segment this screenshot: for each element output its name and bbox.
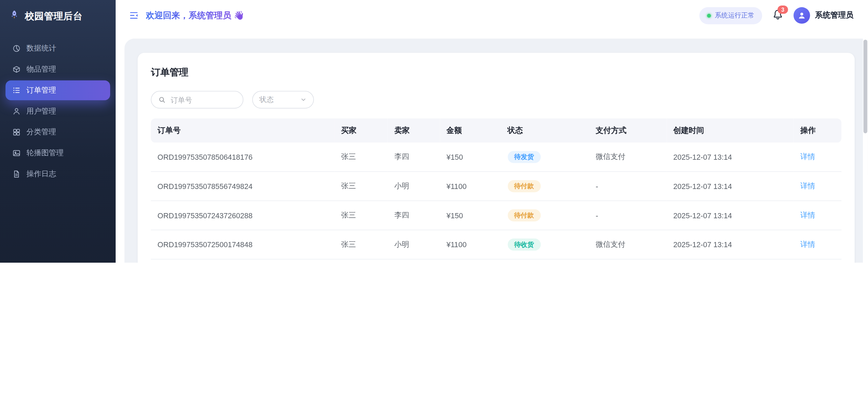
status-badge: 待付款 <box>507 180 540 192</box>
seller-cell: 李四 <box>388 143 440 171</box>
order-row: ORD1997535072500174848张三小明¥1100待收货微信支付20… <box>151 230 841 259</box>
list-icon <box>12 86 21 95</box>
status-select-placeholder: 状态 <box>260 95 274 105</box>
buyer-cell: 张三 <box>335 201 388 230</box>
user-icon <box>12 107 21 116</box>
content-area: 订单管理 状态 <box>125 39 868 263</box>
sidebar-item-users[interactable]: 用户管理 <box>6 101 110 121</box>
action-cell: 详情 <box>794 143 841 171</box>
payment-cell: - <box>589 171 667 201</box>
sidebar-item-banners[interactable]: 轮播图管理 <box>6 143 110 163</box>
status-cell: 已完成 <box>501 259 589 263</box>
order-row: ORD1997535072437260288张三李四¥150待付款-2025-1… <box>151 201 841 230</box>
amount-cell: ¥1100 <box>440 171 501 201</box>
document-icon <box>12 170 21 179</box>
order-no-cell: ORD20241126001 <box>151 259 334 263</box>
buyer-cell: 王五 <box>335 259 388 263</box>
seller-cell: 张三 <box>388 259 440 263</box>
action-cell: 详情 <box>794 201 841 230</box>
payment-cell: 支付宝 <box>589 259 667 263</box>
logo: 校园管理后台 <box>0 0 116 32</box>
payment-cell: 微信支付 <box>589 230 667 259</box>
action-cell: 详情 <box>794 171 841 201</box>
order-management-card: 订单管理 状态 <box>138 53 855 263</box>
action-cell: 详情 <box>794 259 841 263</box>
action-cell: 详情 <box>794 230 841 259</box>
created-cell: 2025-12-07 13:14 <box>667 201 794 230</box>
payment-cell: 微信支付 <box>589 143 667 171</box>
order-row: ORD20241126001王五张三¥4500已完成支付宝2025-12-07 … <box>151 259 841 263</box>
status-cell: 待付款 <box>501 171 589 201</box>
avatar <box>794 7 810 24</box>
sidebar-item-goods[interactable]: 物品管理 <box>6 60 110 80</box>
status-cell: 待付款 <box>501 201 589 230</box>
amount-cell: ¥4500 <box>440 259 501 263</box>
order-no-cell: ORD1997535078556749824 <box>151 171 334 201</box>
order-number-input[interactable] <box>170 95 236 104</box>
welcome-text: 欢迎回来，系统管理员 👋 <box>146 10 244 21</box>
sidebar-item-label: 数据统计 <box>27 43 56 53</box>
app-window: 校园管理后台 数据统计物品管理订单管理用户管理分类管理轮播图管理操作日志 欢迎回… <box>0 0 868 263</box>
sidebar-item-label: 订单管理 <box>27 85 56 95</box>
header-right: 系统运行正常 3 <box>699 7 854 24</box>
created-cell: 2025-12-07 13:14 <box>667 143 794 171</box>
order-detail-link[interactable]: 详情 <box>800 240 815 249</box>
order-detail-link[interactable]: 详情 <box>800 182 815 190</box>
user-menu[interactable]: 系统管理员 <box>794 7 854 24</box>
status-badge: 待付款 <box>507 209 540 221</box>
sidebar-item-label: 物品管理 <box>27 64 56 74</box>
sidebar-item-label: 轮播图管理 <box>27 148 64 158</box>
sidebar-item-label: 分类管理 <box>27 127 56 137</box>
status-badge: 待收货 <box>507 239 540 251</box>
sidebar-item-label: 用户管理 <box>27 106 56 116</box>
amount-cell: ¥1100 <box>440 230 501 259</box>
column-header: 支付方式 <box>589 118 667 143</box>
column-header: 操作 <box>794 118 841 143</box>
created-cell: 2025-12-07 13:14 <box>667 171 794 201</box>
buyer-cell: 张三 <box>335 171 388 201</box>
sidebar-item-stats[interactable]: 数据统计 <box>6 39 110 59</box>
rocket-logo-icon <box>9 9 20 22</box>
payment-cell: - <box>589 201 667 230</box>
header: 欢迎回来，系统管理员 👋 系统运行正常 3 <box>116 0 868 31</box>
sidebar-menu: 数据统计物品管理订单管理用户管理分类管理轮播图管理操作日志 <box>0 32 116 185</box>
order-detail-link[interactable]: 详情 <box>800 153 815 161</box>
username: 系统管理员 <box>815 10 854 20</box>
column-header: 创建时间 <box>667 118 794 143</box>
seller-cell: 李四 <box>388 201 440 230</box>
status-dot-icon <box>707 13 711 17</box>
order-no-cell: ORD1997535072437260288 <box>151 201 334 230</box>
buyer-cell: 张三 <box>335 230 388 259</box>
orders-table-body: ORD1997535078506418176张三李四¥150待发货微信支付202… <box>151 143 841 263</box>
buyer-cell: 张三 <box>335 143 388 171</box>
sidebar: 校园管理后台 数据统计物品管理订单管理用户管理分类管理轮播图管理操作日志 <box>0 0 116 263</box>
scrollbar-thumb[interactable] <box>864 40 867 133</box>
pie-chart-icon <box>12 44 21 53</box>
status-cell: 待发货 <box>501 143 589 171</box>
order-search-box <box>151 91 243 108</box>
status-badge: 待发货 <box>507 151 540 163</box>
status-select[interactable]: 状态 <box>252 91 314 108</box>
notifications-button[interactable]: 3 <box>772 9 784 22</box>
collapse-sidebar-icon[interactable] <box>129 10 139 20</box>
box-icon <box>12 65 21 74</box>
column-header: 状态 <box>501 118 589 143</box>
amount-cell: ¥150 <box>440 201 501 230</box>
main-column: 欢迎回来，系统管理员 👋 系统运行正常 3 <box>116 0 868 263</box>
sidebar-item-logs[interactable]: 操作日志 <box>6 164 110 184</box>
order-detail-link[interactable]: 详情 <box>800 211 815 219</box>
seller-cell: 小明 <box>388 230 440 259</box>
notification-count-badge: 3 <box>777 5 788 13</box>
amount-cell: ¥150 <box>440 143 501 171</box>
page-scrollbar[interactable] <box>863 0 868 263</box>
created-cell: 2025-12-07 12:54 <box>667 259 794 263</box>
sidebar-item-categories[interactable]: 分类管理 <box>6 122 110 142</box>
sidebar-item-orders[interactable]: 订单管理 <box>6 81 110 101</box>
chevron-down-icon <box>300 96 307 103</box>
orders-table: 订单号买家卖家金额状态支付方式创建时间操作 ORD199753507850641… <box>151 118 841 263</box>
app-title: 校园管理后台 <box>25 10 83 22</box>
created-cell: 2025-12-07 13:14 <box>667 230 794 259</box>
order-no-cell: ORD1997535072500174848 <box>151 230 334 259</box>
search-icon <box>158 96 166 103</box>
picture-icon <box>12 149 21 158</box>
